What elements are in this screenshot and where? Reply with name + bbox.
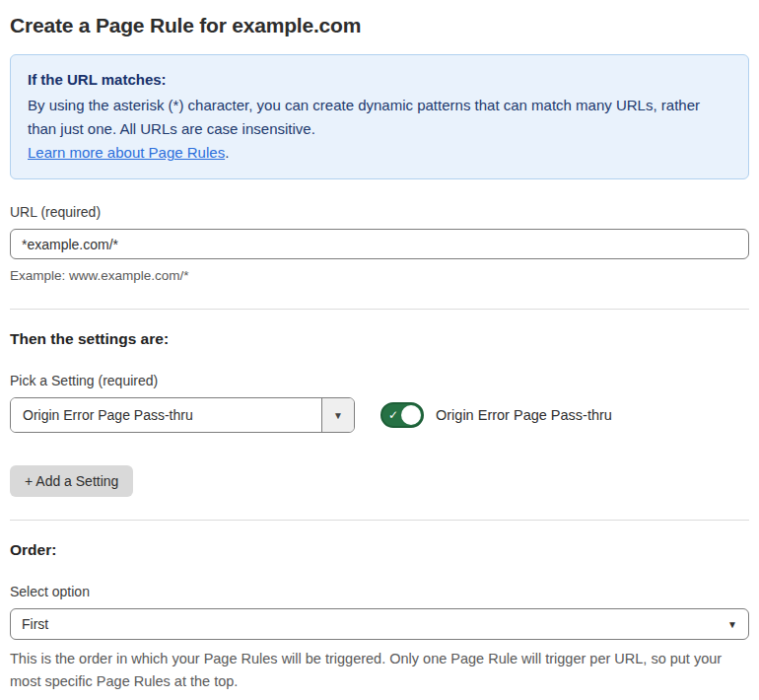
page-title: Create a Page Rule for example.com: [10, 14, 749, 37]
order-helper-text: This is the order in which your Page Rul…: [10, 648, 747, 692]
link-suffix: .: [225, 144, 229, 161]
add-setting-button[interactable]: + Add a Setting: [10, 465, 133, 497]
order-select-value: First: [22, 616, 727, 632]
order-select[interactable]: First ▼: [10, 608, 749, 640]
checkmark-icon: ✓: [388, 409, 398, 421]
info-box-body: By using the asterisk (*) character, you…: [28, 94, 731, 141]
toggle-label: Origin Error Page Pass-thru: [436, 407, 612, 423]
url-input[interactable]: [10, 229, 749, 259]
settings-section-heading: Then the settings are:: [10, 330, 749, 348]
pick-setting-label: Pick a Setting (required): [10, 373, 749, 388]
url-match-info-box: If the URL matches: By using the asteris…: [10, 54, 749, 179]
info-box-link-line: Learn more about Page Rules.: [28, 141, 731, 165]
chevron-down-icon: ▼: [333, 410, 343, 421]
toggle-knob: [401, 405, 421, 425]
order-section-heading: Order:: [10, 541, 749, 559]
order-select-label: Select option: [10, 584, 749, 599]
url-example-helper: Example: www.example.com/*: [10, 266, 749, 286]
learn-more-link[interactable]: Learn more about Page Rules: [28, 144, 225, 161]
setting-dropdown-button[interactable]: ▼: [321, 398, 354, 432]
divider: [10, 520, 749, 521]
info-box-heading: If the URL matches:: [28, 68, 731, 92]
setting-dropdown-value[interactable]: Origin Error Page Pass-thru: [11, 398, 321, 432]
setting-row: Origin Error Page Pass-thru ▼ ✓ Origin E…: [10, 397, 749, 433]
url-field-label: URL (required): [10, 204, 749, 220]
setting-dropdown[interactable]: Origin Error Page Pass-thru ▼: [10, 397, 355, 433]
origin-error-toggle[interactable]: ✓: [380, 402, 424, 428]
divider: [10, 309, 749, 310]
chevron-down-icon: ▼: [727, 619, 737, 630]
